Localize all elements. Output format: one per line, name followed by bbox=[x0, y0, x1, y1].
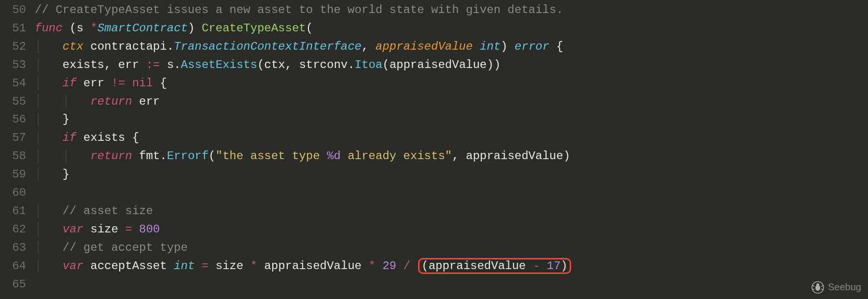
line-number: 52 bbox=[0, 38, 35, 56]
code-content: │ // asset size bbox=[35, 202, 868, 220]
line-number: 62 bbox=[0, 220, 35, 239]
code-line[interactable]: 51 func (s *SmartContract) CreateTypeAss… bbox=[0, 19, 868, 38]
code-line[interactable]: 60 bbox=[0, 184, 868, 202]
line-number: 59 bbox=[0, 165, 35, 184]
line-number: 58 bbox=[0, 147, 35, 165]
code-content bbox=[35, 184, 868, 202]
line-number: 57 bbox=[0, 129, 35, 147]
line-number: 63 bbox=[0, 239, 35, 257]
line-number: 56 bbox=[0, 110, 35, 129]
line-number: 54 bbox=[0, 74, 35, 93]
code-content: // CreateTypeAsset issues a new asset to… bbox=[35, 1, 868, 19]
code-line[interactable]: 63 │ // get accept type bbox=[0, 239, 868, 257]
bug-icon bbox=[812, 281, 824, 294]
code-line[interactable]: 57 │ if exists { bbox=[0, 129, 868, 147]
line-number: 65 bbox=[0, 275, 35, 294]
watermark-text: Seebug bbox=[828, 280, 861, 295]
svg-line-4 bbox=[821, 285, 823, 286]
svg-point-2 bbox=[816, 284, 819, 286]
line-number: 55 bbox=[0, 93, 35, 111]
code-content: │ var size = 800 bbox=[35, 220, 868, 239]
line-number: 51 bbox=[0, 19, 35, 38]
code-line[interactable]: 54 │ if err != nil { bbox=[0, 74, 868, 93]
code-line[interactable]: 64 │ var acceptAsset int = size * apprai… bbox=[0, 257, 868, 275]
line-number: 50 bbox=[0, 1, 35, 19]
code-line[interactable]: 55 │ │ return err bbox=[0, 93, 868, 111]
code-line[interactable]: 53 │ exists, err := s.AssetExists(ctx, s… bbox=[0, 56, 868, 74]
code-line[interactable]: 50 // CreateTypeAsset issues a new asset… bbox=[0, 1, 868, 19]
code-line[interactable]: 56 │ } bbox=[0, 110, 868, 129]
code-content bbox=[35, 275, 868, 294]
watermark: Seebug bbox=[812, 280, 861, 295]
line-number: 64 bbox=[0, 257, 35, 275]
code-line[interactable]: 59 │ } bbox=[0, 165, 868, 184]
code-line[interactable]: 61 │ // asset size bbox=[0, 202, 868, 220]
code-content: │ │ return err bbox=[35, 93, 868, 111]
code-content: │ // get accept type bbox=[35, 239, 868, 257]
code-line[interactable]: 52 │ ctx contractapi.TransactionContextI… bbox=[0, 38, 868, 56]
code-line[interactable]: 62 │ var size = 800 bbox=[0, 220, 868, 239]
line-number: 53 bbox=[0, 56, 35, 74]
line-number: 61 bbox=[0, 202, 35, 220]
svg-line-6 bbox=[821, 289, 823, 290]
line-number: 60 bbox=[0, 184, 35, 202]
code-content: │ } bbox=[35, 110, 868, 129]
highlighted-expression: (appraisedValue - 17) bbox=[418, 258, 571, 274]
code-content: │ if exists { bbox=[35, 129, 868, 147]
code-content: │ var acceptAsset int = size * appraised… bbox=[35, 257, 868, 275]
code-content: │ ctx contractapi.TransactionContextInte… bbox=[35, 38, 868, 56]
code-content: │ │ return fmt.Errorf("the asset type %d… bbox=[35, 147, 868, 165]
code-content: │ exists, err := s.AssetExists(ctx, strc… bbox=[35, 56, 868, 74]
code-content: │ if err != nil { bbox=[35, 74, 868, 93]
code-editor[interactable]: 50 // CreateTypeAsset issues a new asset… bbox=[0, 0, 868, 294]
code-content: │ } bbox=[35, 165, 868, 184]
code-content: func (s *SmartContract) CreateTypeAsset( bbox=[35, 19, 868, 38]
svg-line-3 bbox=[812, 285, 814, 286]
code-line[interactable]: 65 bbox=[0, 275, 868, 294]
code-line[interactable]: 58 │ │ return fmt.Errorf("the asset type… bbox=[0, 147, 868, 165]
svg-line-5 bbox=[812, 289, 814, 290]
